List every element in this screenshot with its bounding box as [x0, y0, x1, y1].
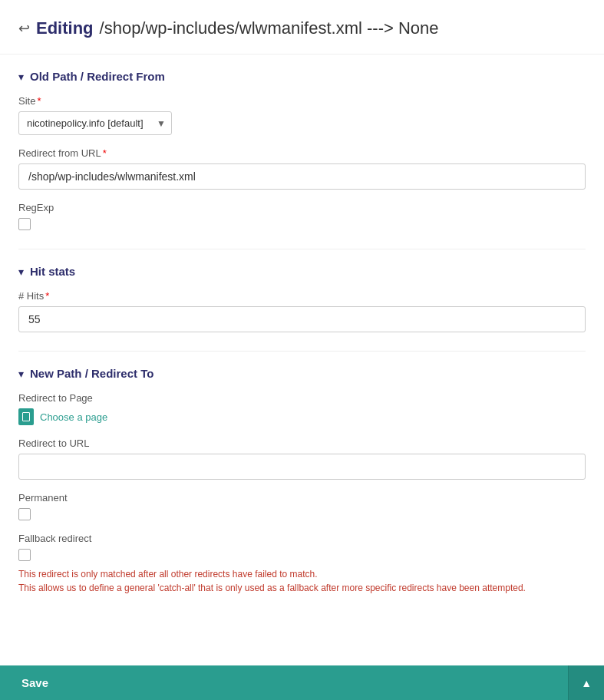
divider-1	[18, 249, 586, 249]
hit-stats-title: Hit stats	[30, 265, 75, 278]
save-bar: Save ▲	[0, 665, 604, 700]
hit-stats-section: ▾ Hit stats # Hits*	[18, 265, 586, 332]
site-label: Site*	[18, 95, 586, 107]
header-path: /shop/wp-includes/wlwmanifest.xml ---> N…	[100, 18, 439, 38]
regexp-checkbox[interactable]	[18, 218, 31, 230]
hit-stats-toggle-icon: ▾	[18, 266, 24, 278]
permanent-label: Permanent	[18, 492, 586, 504]
fallback-checkbox-group	[18, 549, 586, 561]
page-icon	[18, 408, 34, 425]
divider-2	[18, 351, 586, 352]
new-path-title: New Path / Redirect To	[30, 367, 153, 380]
hits-input[interactable]	[18, 306, 586, 332]
choose-page-row: Choose a page	[18, 408, 586, 425]
redirect-from-required: *	[103, 147, 107, 159]
old-path-section: ▾ Old Path / Redirect From Site* nicotin…	[18, 70, 586, 230]
regexp-checkbox-group	[18, 218, 586, 230]
hits-required: *	[45, 290, 49, 302]
redirect-to-url-label: Redirect to URL	[18, 438, 586, 449]
redirect-to-page-field-group: Redirect to Page Choose a page	[18, 392, 586, 425]
site-field-group: Site* nicotinepolicy.info [default] ▼	[18, 95, 586, 135]
redirect-to-page-label: Redirect to Page	[18, 392, 586, 404]
new-path-section: ▾ New Path / Redirect To Redirect to Pag…	[18, 367, 586, 595]
hit-stats-section-header[interactable]: ▾ Hit stats	[18, 265, 586, 278]
choose-page-link[interactable]: Choose a page	[40, 411, 107, 423]
redirect-to-url-input[interactable]	[18, 454, 586, 480]
site-required: *	[37, 95, 41, 107]
hits-label: # Hits*	[18, 290, 586, 302]
old-path-section-header[interactable]: ▾ Old Path / Redirect From	[18, 70, 586, 83]
fallback-label: Fallback redirect	[18, 533, 586, 544]
site-select-wrapper: nicotinepolicy.info [default] ▼	[18, 111, 172, 135]
site-select[interactable]: nicotinepolicy.info [default]	[18, 111, 172, 135]
fallback-field-group: Fallback redirect This redirect is only …	[18, 533, 586, 595]
redirect-to-url-field-group: Redirect to URL	[18, 438, 586, 480]
back-icon[interactable]: ↩	[18, 20, 30, 37]
fallback-note: This redirect is only matched after all …	[18, 567, 586, 595]
redirect-from-label: Redirect from URL*	[18, 147, 586, 159]
new-path-section-header[interactable]: ▾ New Path / Redirect To	[18, 367, 586, 380]
old-path-toggle-icon: ▾	[18, 71, 24, 83]
old-path-title: Old Path / Redirect From	[30, 70, 165, 83]
permanent-field-group: Permanent	[18, 492, 586, 520]
save-toggle-button[interactable]: ▲	[568, 665, 604, 700]
regexp-label: RegExp	[18, 202, 586, 213]
main-content: ▾ Old Path / Redirect From Site* nicotin…	[0, 54, 604, 675]
redirect-from-field-group: Redirect from URL*	[18, 147, 586, 190]
permanent-checkbox-group	[18, 508, 586, 520]
hits-field-group: # Hits*	[18, 290, 586, 332]
save-button[interactable]: Save	[0, 665, 568, 700]
permanent-checkbox[interactable]	[18, 508, 31, 520]
page-header: ↩ Editing /shop/wp-includes/wlwmanifest.…	[0, 0, 604, 54]
fallback-checkbox[interactable]	[18, 549, 31, 561]
redirect-from-input[interactable]	[18, 163, 586, 190]
new-path-toggle-icon: ▾	[18, 368, 24, 380]
editing-label: Editing	[36, 18, 94, 38]
regexp-field-group: RegExp	[18, 202, 586, 230]
